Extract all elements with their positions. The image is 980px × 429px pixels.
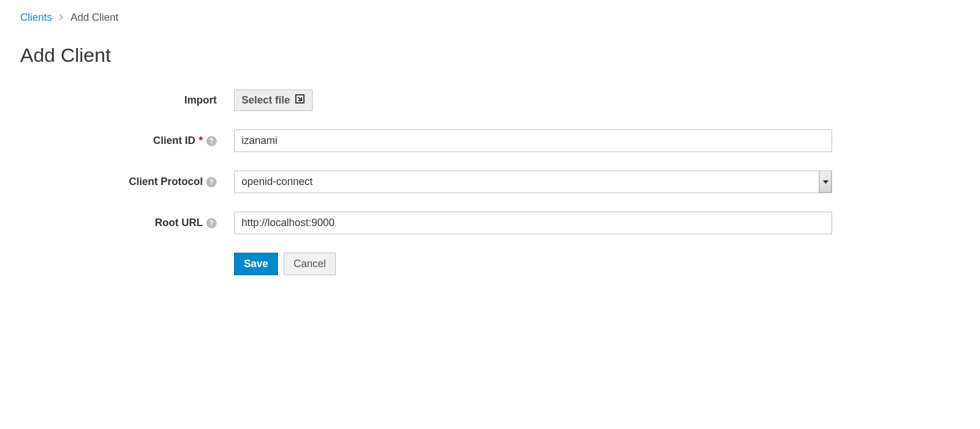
label-client-protocol: Client Protocol ? xyxy=(20,176,234,188)
save-button[interactable]: Save xyxy=(234,253,278,275)
import-icon xyxy=(295,94,305,107)
form-actions: Save Cancel xyxy=(234,253,960,275)
form-row-client-id: Client ID * ? xyxy=(20,130,960,152)
label-import: Import xyxy=(20,94,234,106)
help-icon[interactable]: ? xyxy=(206,136,217,146)
chevron-right-icon xyxy=(59,13,64,23)
label-client-id: Client ID * ? xyxy=(20,135,234,147)
form-row-import: Import Select file xyxy=(20,90,960,111)
page-title: Add Client xyxy=(20,44,960,66)
dropdown-icon[interactable] xyxy=(819,171,831,193)
client-id-input[interactable] xyxy=(234,130,832,152)
cancel-button[interactable]: Cancel xyxy=(284,253,336,275)
form-row-root-url: Root URL ? xyxy=(20,212,960,234)
client-protocol-select[interactable]: openid-connect xyxy=(234,171,832,193)
root-url-input[interactable] xyxy=(234,212,832,234)
client-protocol-value: openid-connect xyxy=(242,176,313,188)
help-icon[interactable]: ? xyxy=(206,177,217,187)
required-indicator: * xyxy=(199,135,203,147)
breadcrumb-current: Add Client xyxy=(70,12,118,24)
add-client-form: Import Select file Client ID * ? xyxy=(20,90,960,275)
select-file-button[interactable]: Select file xyxy=(234,90,313,111)
label-root-url: Root URL ? xyxy=(20,217,234,229)
help-icon[interactable]: ? xyxy=(206,218,217,228)
breadcrumb-link-clients[interactable]: Clients xyxy=(20,12,52,24)
breadcrumb: Clients Add Client xyxy=(20,12,960,24)
form-row-client-protocol: Client Protocol ? openid-connect xyxy=(20,171,960,193)
